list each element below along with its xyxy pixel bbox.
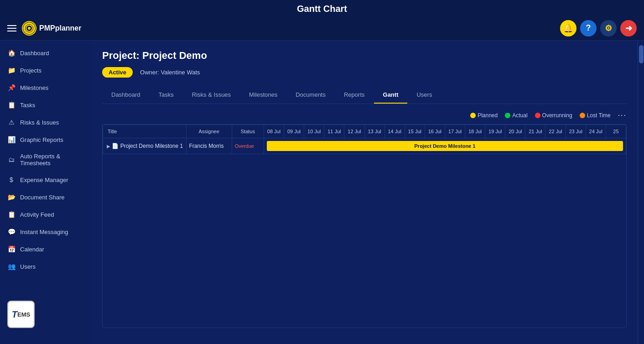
tab-risks[interactable]: Risks & Issues [183, 87, 240, 104]
notifications-button[interactable]: 🔔 [560, 20, 576, 36]
gantt-bar-cell: Project Demo Milestone 1 [264, 138, 626, 154]
col-header-22jul: 22 Jul [545, 125, 566, 138]
scrollbar-thumb[interactable] [639, 45, 644, 63]
legend-overrunning: Overrunning [535, 112, 572, 119]
task-file-icon: 📄 [112, 143, 119, 149]
tab-tasks[interactable]: Tasks [150, 87, 183, 104]
overrunning-label: Overrunning [542, 112, 572, 119]
col-header-10jul: 10 Jul [304, 125, 324, 138]
sidebar-item-milestones[interactable]: 📌 Milestones [0, 79, 91, 96]
gantt-empty-row [103, 154, 626, 328]
risks-icon: ⚠ [7, 118, 16, 126]
auto-reports-icon: 🗂 [7, 156, 16, 164]
col-header-assignee: Assignee [186, 125, 232, 138]
document-icon: 📂 [7, 193, 16, 201]
gantt-header: Title Assignee Status 08 Jul 09 Jul 10 J… [103, 125, 626, 138]
col-header-11jul: 11 Jul [324, 125, 344, 138]
actual-label: Actual [512, 112, 527, 119]
planned-label: Planned [478, 112, 498, 119]
svg-point-1 [26, 25, 32, 31]
logo: PMPplanner [22, 21, 81, 36]
gantt-bar[interactable]: Project Demo Milestone 1 [267, 141, 623, 151]
sidebar-label-tasks: Tasks [20, 102, 35, 109]
tab-dashboard[interactable]: Dashboard [102, 87, 150, 104]
expense-icon: $ [7, 176, 16, 184]
sidebar-label-users: Users [20, 263, 36, 270]
col-header-18jul: 18 Jul [465, 125, 485, 138]
expand-icon[interactable]: ▶ [107, 144, 110, 149]
tab-reports[interactable]: Reports [335, 87, 374, 104]
activity-icon: 📋 [7, 210, 16, 219]
row-title: Project Demo Milestone 1 [120, 143, 183, 149]
topbar: PMPplanner 🔔 ? ⚙ ➜ [0, 16, 644, 41]
row-title-cell: ▶ 📄 Project Demo Milestone 1 [103, 138, 187, 154]
tems-logo: TEMS [7, 301, 35, 328]
sidebar-item-dashboard[interactable]: 🏠 Dashboard [0, 44, 91, 62]
col-header-19jul: 19 Jul [485, 125, 505, 138]
sidebar-label-dashboard: Dashboard [20, 50, 49, 57]
sidebar-label-calendar: Calendar [20, 246, 44, 253]
gantt-table: Title Assignee Status 08 Jul 09 Jul 10 J… [103, 125, 626, 328]
sidebar-item-messaging[interactable]: 💬 Instant Messaging [0, 223, 91, 240]
sidebar-label-graphic-reports: Graphic Reports [20, 136, 63, 143]
status-badge: Active [102, 67, 133, 78]
milestones-icon: 📌 [7, 83, 16, 92]
legend-lost-time: Lost Time [580, 112, 611, 119]
layout: 🏠 Dashboard 📁 Projects 📌 Milestones 📋 Ta… [0, 41, 644, 344]
help-button[interactable]: ? [580, 20, 597, 36]
graphic-reports-icon: 📊 [7, 136, 16, 144]
sidebar-label-auto-reports: Auto Reports & Timesheets [20, 153, 84, 167]
legend: Planned Actual Overrunning Lost Time ··· [102, 111, 627, 120]
sidebar-item-graphic-reports[interactable]: 📊 Graphic Reports [0, 131, 91, 148]
col-header-09jul: 09 Jul [284, 125, 304, 138]
tab-documents[interactable]: Documents [286, 87, 335, 104]
tabs: Dashboard Tasks Risks & Issues Milestone… [102, 87, 627, 104]
project-meta: Active Owner: Valentine Wats [102, 67, 627, 78]
sidebar-item-users[interactable]: 👥 Users [0, 258, 91, 275]
topbar-actions: 🔔 ? ⚙ ➜ [560, 20, 637, 36]
calendar-icon: 📅 [7, 245, 16, 253]
legend-actual: Actual [505, 112, 527, 119]
tab-gantt[interactable]: Gantt [374, 87, 408, 104]
col-header-status: Status [232, 125, 264, 138]
sidebar-label-risks: Risks & Issues [20, 119, 59, 126]
col-header-08jul: 08 Jul [264, 125, 284, 138]
tab-milestones[interactable]: Milestones [240, 87, 286, 104]
col-header-14jul: 14 Jul [384, 125, 405, 138]
sidebar-item-risks[interactable]: ⚠ Risks & Issues [0, 114, 91, 131]
legend-planned: Planned [470, 112, 498, 119]
users-icon: 👥 [7, 262, 16, 271]
more-options-button[interactable]: ··· [618, 111, 627, 120]
col-header-20jul: 20 Jul [505, 125, 525, 138]
tab-users[interactable]: Users [407, 87, 441, 104]
sidebar-item-activity[interactable]: 📋 Activity Feed [0, 206, 91, 223]
hamburger-button[interactable] [7, 25, 16, 31]
overrunning-dot [535, 113, 540, 118]
scrollbar[interactable] [638, 41, 644, 344]
sidebar-label-messaging: Instant Messaging [20, 229, 68, 235]
col-header-title: Title [103, 125, 187, 138]
sidebar-label-expense: Expense Manager [20, 177, 68, 183]
actual-dot [505, 113, 510, 118]
projects-icon: 📁 [7, 66, 16, 74]
sidebar-item-projects[interactable]: 📁 Projects [0, 62, 91, 79]
row-assignee: Francis Morris [186, 138, 232, 154]
sidebar-item-document[interactable]: 📂 Document Share [0, 188, 91, 206]
sidebar-item-tasks[interactable]: 📋 Tasks [0, 96, 91, 114]
sidebar-label-milestones: Milestones [20, 84, 48, 91]
col-header-15jul: 15 Jul [405, 125, 425, 138]
sidebar-item-auto-reports[interactable]: 🗂 Auto Reports & Timesheets [0, 148, 91, 171]
col-header-13jul: 13 Jul [364, 125, 384, 138]
col-header-16jul: 16 Jul [425, 125, 445, 138]
page-title-bar: Gantt Chart [0, 0, 644, 16]
svg-point-2 [28, 27, 31, 30]
tasks-icon: 📋 [7, 101, 16, 109]
logout-button[interactable]: ➜ [620, 20, 637, 36]
sidebar-item-calendar[interactable]: 📅 Calendar [0, 240, 91, 258]
sidebar-item-expense[interactable]: $ Expense Manager [0, 171, 91, 188]
planned-dot [470, 113, 476, 118]
col-header-25: 25 [606, 125, 626, 138]
col-header-17jul: 17 Jul [445, 125, 465, 138]
project-title: Project: Project Demo [102, 50, 627, 62]
settings-button[interactable]: ⚙ [600, 20, 617, 36]
